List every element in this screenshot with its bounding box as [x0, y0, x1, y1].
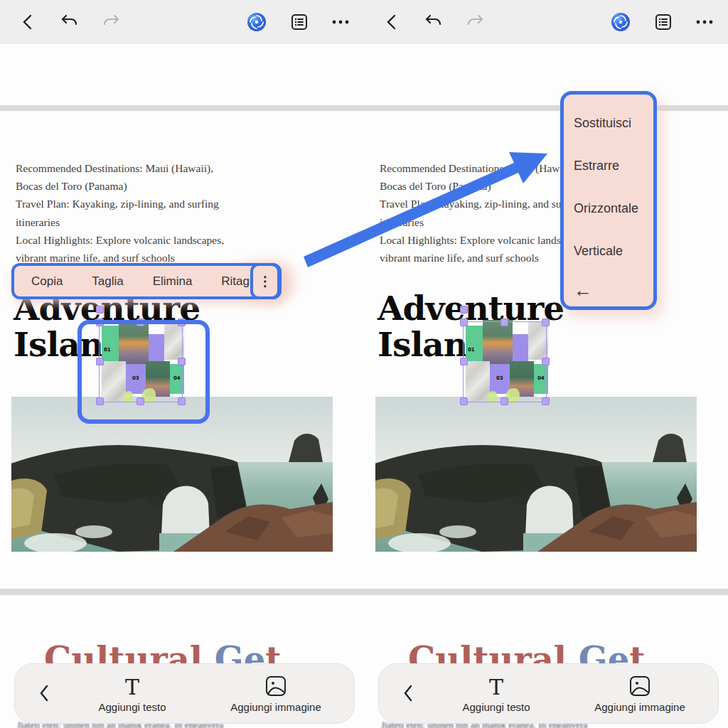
top-toolbar: [0, 0, 364, 44]
add-image-label: Aggiungi immagine: [583, 701, 697, 713]
heading-word: Cultural: [408, 639, 579, 664]
selection-handle[interactable]: [460, 358, 468, 365]
menu-item-orizzontale[interactable]: Orizzontale: [574, 187, 653, 230]
doc-line: itineraries: [16, 213, 250, 231]
rotate-handle[interactable]: [460, 306, 468, 314]
menu-item-copia[interactable]: Copia: [31, 274, 63, 289]
menu-item-taglia[interactable]: Taglia: [92, 274, 123, 289]
menu-item-sostituisci[interactable]: Sostituisci: [574, 102, 653, 144]
selection-handle[interactable]: [460, 318, 468, 326]
add-text-label: Aggiungi testo: [439, 701, 553, 713]
selection-handle[interactable]: [542, 318, 550, 326]
page-gap-divider: [364, 589, 728, 595]
menu-item-estrarre[interactable]: Estrarre: [574, 144, 653, 187]
menu-item-elimina[interactable]: Elimina: [153, 274, 193, 289]
clipped-heading: Cultural Get: [44, 638, 343, 664]
heading-word: t: [265, 639, 281, 664]
heading-word: t: [629, 639, 645, 664]
selection-handle[interactable]: [460, 397, 468, 405]
outline-icon[interactable]: [651, 10, 675, 34]
selection-handle[interactable]: [542, 397, 550, 405]
more-icon[interactable]: [692, 10, 717, 34]
ai-assistant-icon[interactable]: [245, 10, 269, 34]
context-menu: Copia Taglia Elimina Ritaglia: [11, 263, 282, 299]
doc-line: Travel Plan: Kayaking, zip-lining, and s…: [16, 195, 250, 213]
text-tool-icon: T: [489, 677, 503, 698]
more-options-button[interactable]: ⋮: [250, 263, 280, 299]
page-gap-divider: [364, 105, 728, 111]
add-text-button[interactable]: T Aggiungi testo: [439, 671, 553, 713]
add-text-label: Aggiungi testo: [75, 701, 189, 713]
doc-line: Bocas del Toro (Panama): [16, 177, 250, 195]
clipped-heading: Cultural Get: [408, 638, 707, 664]
rotate-handle[interactable]: [96, 306, 104, 314]
highlight-annotation-box: [77, 320, 210, 424]
selection-handle[interactable]: [500, 397, 508, 405]
redo-icon[interactable]: [464, 10, 488, 34]
redo-icon[interactable]: [100, 10, 124, 34]
app-screenshots: Recommended Destinations: Maui (Hawaii),…: [0, 0, 728, 728]
undo-icon[interactable]: [421, 10, 445, 34]
doc-line: Recommended Destinations: Maui (Hawaii),: [16, 159, 250, 177]
document-paragraph: Recommended Destinations: Maui (Hawaii),…: [16, 159, 250, 267]
outline-icon[interactable]: [287, 10, 311, 34]
landscape-photo[interactable]: [375, 397, 697, 552]
top-toolbar: [364, 0, 728, 44]
menu-item-verticale[interactable]: Verticale: [574, 230, 653, 272]
text-tool-icon: T: [125, 677, 139, 698]
bottom-toolbar: T Aggiungi testo Aggiungi immagine: [14, 663, 355, 724]
add-text-button[interactable]: T Aggiungi testo: [75, 671, 189, 713]
back-icon[interactable]: [380, 10, 404, 34]
ai-assistant-icon[interactable]: [609, 10, 633, 34]
undo-icon[interactable]: [57, 10, 81, 34]
image-options-menu: Sostituisci Estrarre Orizzontale Vertica…: [560, 91, 657, 310]
back-icon[interactable]: [16, 10, 40, 34]
menu-back-arrow-icon[interactable]: ←: [574, 272, 653, 308]
selection-handle[interactable]: [542, 358, 550, 365]
image-icon: [583, 671, 697, 698]
collapse-toolbar-icon[interactable]: [33, 681, 55, 705]
heading-word: Ge: [579, 639, 630, 664]
more-icon[interactable]: [328, 10, 353, 34]
page-gap-divider: [0, 589, 364, 595]
bottom-toolbar: T Aggiungi testo Aggiungi immagine: [378, 663, 719, 724]
selection-border: [463, 321, 547, 402]
collapse-toolbar-icon[interactable]: [397, 681, 419, 705]
page-gap-divider: [0, 105, 364, 111]
image-icon: [219, 671, 333, 698]
screenshot-right: Recommended Destinations: Maui (Hawaii),…: [364, 0, 728, 728]
heading-word: Ge: [215, 639, 266, 664]
vertical-dots-icon: ⋮: [259, 273, 272, 289]
add-image-button[interactable]: Aggiungi immagine: [219, 671, 333, 713]
add-image-button[interactable]: Aggiungi immagine: [583, 671, 697, 713]
selection-handle[interactable]: [500, 318, 508, 326]
add-image-label: Aggiungi immagine: [219, 701, 333, 713]
doc-line: Local Highlights: Explore volcanic lands…: [16, 231, 250, 249]
heading-word: Cultural: [44, 639, 215, 664]
screenshot-left: Recommended Destinations: Maui (Hawaii),…: [0, 0, 364, 728]
